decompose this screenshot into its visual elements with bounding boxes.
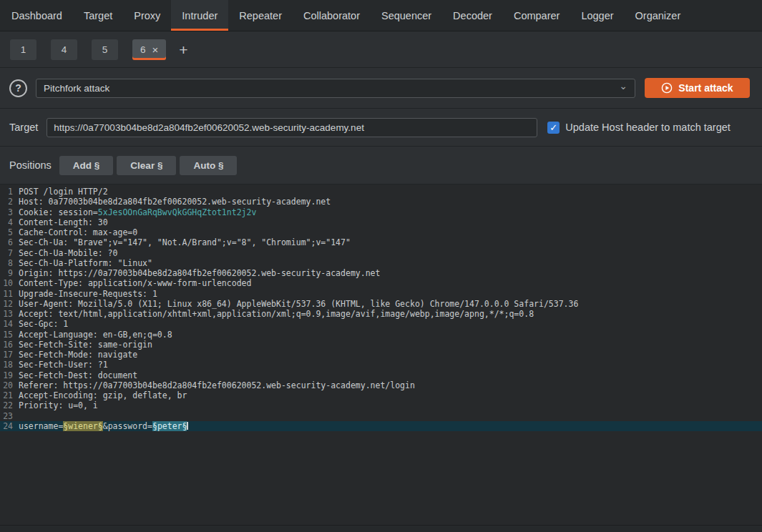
code-segment: Content-Type: application/x-www-form-url… [19, 278, 251, 288]
request-line-2: 2Host: 0a77003b04be8d2a804fb2ef00620052.… [0, 197, 762, 207]
main-nav: DashboardTargetProxyIntruderRepeaterColl… [0, 0, 762, 31]
request-line-24: 24username=§wiener§&password=§peter§ [0, 421, 762, 431]
request-line-1: 1POST /login HTTP/2 [0, 187, 762, 197]
code-segment: &password= [103, 421, 152, 431]
line-content: Sec-Ch-Ua-Platform: "Linux" [19, 258, 152, 268]
request-editor-lines: 1POST /login HTTP/22Host: 0a77003b04be8d… [0, 187, 762, 431]
line-content: Sec-Fetch-Dest: document [19, 370, 137, 380]
intruder-tab-6[interactable]: 6× [132, 39, 166, 60]
code-segment: Sec-Fetch-User: ?1 [19, 360, 108, 370]
line-number: 10 [0, 278, 13, 288]
line-content: Host: 0a77003b04be8d2a804fb2ef00620052.w… [19, 197, 331, 207]
new-tab-button[interactable]: + [179, 42, 187, 57]
code-segment: Sec-Ch-Ua-Platform: "Linux" [19, 258, 152, 268]
start-attack-button[interactable]: Start attack [645, 78, 750, 98]
chevron-down-icon: ⌄ [619, 80, 627, 92]
request-line-9: 9Origin: https://0a77003b04be8d2a804fb2e… [0, 268, 762, 278]
add-section-button[interactable]: Add § [59, 156, 114, 175]
code-segment: POST /login HTTP/2 [19, 187, 108, 197]
update-host-label: Update Host header to match target [565, 122, 731, 133]
request-line-18: 18Sec-Fetch-User: ?1 [0, 360, 762, 370]
line-content: Sec-Fetch-User: ?1 [19, 360, 108, 370]
request-line-13: 13Accept: text/html,application/xhtml+xm… [0, 309, 762, 319]
nav-item-comparer[interactable]: Comparer [503, 0, 570, 31]
auto-section-button[interactable]: Auto § [180, 156, 237, 175]
tab-bar-tabs: 1456× [10, 39, 166, 60]
request-line-8: 8Sec-Ch-Ua-Platform: "Linux" [0, 258, 762, 268]
line-number: 13 [0, 309, 13, 319]
target-label: Target [9, 122, 38, 133]
nav-item-organizer[interactable]: Organizer [625, 0, 692, 31]
line-number: 11 [0, 289, 13, 299]
tab-label: 1 [21, 44, 26, 55]
target-url-input[interactable]: https://0a77003b04be8d2a804fb2ef00620052… [47, 118, 537, 137]
nav-item-repeater[interactable]: Repeater [228, 0, 293, 31]
line-content: Accept-Language: en-GB,en;q=0.8 [19, 330, 172, 340]
code-segment: Content-Length: 30 [19, 217, 108, 227]
code-segment: Sec-Ch-Ua-Mobile: ?0 [19, 248, 117, 258]
line-content: Priority: u=0, i [19, 400, 98, 410]
nav-item-target[interactable]: Target [73, 0, 123, 31]
nav-item-sequencer[interactable]: Sequencer [371, 0, 442, 31]
line-number: 6 [0, 237, 13, 247]
request-line-4: 4Content-Length: 30 [0, 217, 762, 227]
request-line-12: 12User-Agent: Mozilla/5.0 (X11; Linux x8… [0, 299, 762, 309]
intruder-tab-4[interactable]: 4 [51, 39, 77, 60]
line-content: Referer: https://0a77003b04be8d2a804fb2e… [19, 380, 415, 390]
line-number: 2 [0, 197, 13, 207]
intruder-tab-1[interactable]: 1 [10, 39, 36, 60]
line-number: 1 [0, 187, 13, 197]
code-segment: Origin: https://0a77003b04be8d2a804fb2ef… [19, 268, 380, 278]
request-line-21: 21Accept-Encoding: gzip, deflate, br [0, 390, 762, 400]
request-line-23: 23 [0, 411, 762, 421]
line-content: Cache-Control: max-age=0 [19, 227, 137, 237]
code-segment: Upgrade-Insecure-Requests: 1 [19, 289, 157, 299]
payload-position: §wiener§ [63, 421, 102, 431]
intruder-tab-5[interactable]: 5 [92, 39, 118, 60]
line-content: Accept: text/html,application/xhtml+xml,… [19, 309, 534, 319]
nav-item-collaborator[interactable]: Collaborator [293, 0, 371, 31]
tab-label: 6 [140, 44, 146, 55]
nav-item-dashboard[interactable]: Dashboard [1, 0, 73, 31]
positions-buttons: Add § Clear § Auto § [59, 156, 238, 175]
nav-item-proxy[interactable]: Proxy [123, 0, 171, 31]
positions-label: Positions [9, 159, 52, 171]
line-number: 9 [0, 268, 13, 278]
line-number: 5 [0, 227, 13, 237]
nav-item-intruder[interactable]: Intruder [171, 0, 228, 31]
clear-section-button[interactable]: Clear § [117, 156, 176, 175]
play-icon [661, 82, 673, 94]
tab-close-icon[interactable]: × [152, 44, 159, 55]
nav-item-decoder[interactable]: Decoder [442, 0, 503, 31]
target-url-value: https://0a77003b04be8d2a804fb2ef00620052… [54, 122, 364, 133]
line-content: Sec-Fetch-Site: same-origin [19, 340, 152, 350]
code-segment: User-Agent: Mozilla/5.0 (X11; Linux x86_… [19, 299, 578, 309]
code-segment: Accept: text/html,application/xhtml+xml,… [19, 309, 534, 319]
help-icon[interactable]: ? [9, 79, 27, 97]
line-number: 17 [0, 350, 13, 360]
request-line-5: 5Cache-Control: max-age=0 [0, 227, 762, 237]
update-host-checkbox[interactable]: ✓ [547, 122, 560, 134]
request-line-19: 19Sec-Fetch-Dest: document [0, 370, 762, 380]
line-number: 7 [0, 248, 13, 258]
code-segment: Accept-Encoding: gzip, deflate, br [19, 390, 187, 400]
attack-type-select[interactable]: Pitchfork attack ⌄ [36, 79, 635, 98]
line-number: 4 [0, 217, 13, 227]
line-number: 23 [0, 411, 13, 421]
nav-item-logger[interactable]: Logger [570, 0, 624, 31]
line-content: User-Agent: Mozilla/5.0 (X11; Linux x86_… [19, 299, 578, 309]
line-content: username=§wiener§&password=§peter§ [19, 421, 188, 431]
line-content: Sec-Ch-Ua-Mobile: ?0 [19, 248, 117, 258]
code-segment: Priority: u=0, i [19, 400, 98, 410]
line-content: Content-Type: application/x-www-form-url… [19, 278, 251, 288]
code-segment: Sec-Fetch-Site: same-origin [19, 340, 152, 350]
request-editor[interactable]: 1POST /login HTTP/22Host: 0a77003b04be8d… [0, 184, 762, 526]
line-number: 12 [0, 299, 13, 309]
line-content: Cookie: session=5xJesOOnGaRqBwvQkGGHqZto… [19, 207, 256, 217]
check-icon: ✓ [549, 122, 557, 133]
request-line-17: 17Sec-Fetch-Mode: navigate [0, 350, 762, 360]
text-caret [187, 422, 188, 430]
bottom-strip [0, 526, 762, 532]
code-segment: Referer: https://0a77003b04be8d2a804fb2e… [19, 380, 415, 390]
code-segment: Sec-Fetch-Dest: document [19, 370, 137, 380]
